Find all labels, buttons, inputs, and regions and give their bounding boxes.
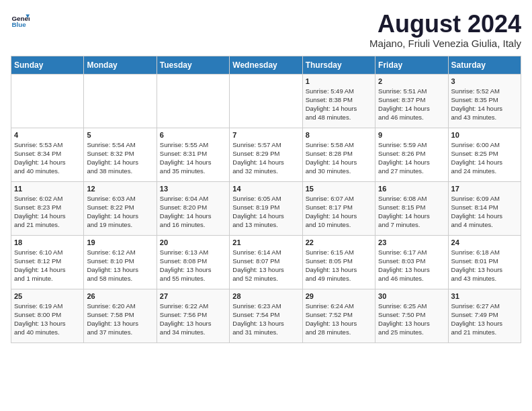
day-info: Sunrise: 5:55 AM Sunset: 8:31 PM Dayligh… (160, 140, 226, 176)
day-info: Sunrise: 5:53 AM Sunset: 8:34 PM Dayligh… (14, 140, 81, 176)
calendar-title: August 2024 (369, 11, 521, 38)
logo: General Blue (11, 11, 30, 30)
day-number: 16 (378, 185, 445, 193)
day-number: 17 (451, 185, 518, 193)
day-info: Sunrise: 6:02 AM Sunset: 8:23 PM Dayligh… (14, 194, 81, 230)
header-row: Sunday Monday Tuesday Wednesday Thursday… (11, 56, 521, 74)
day-cell: 1Sunrise: 5:49 AM Sunset: 8:38 PM Daylig… (302, 74, 375, 128)
day-cell: 12Sunrise: 6:03 AM Sunset: 8:22 PM Dayli… (84, 181, 157, 235)
day-number: 23 (378, 238, 445, 246)
day-cell: 15Sunrise: 6:07 AM Sunset: 8:17 PM Dayli… (302, 181, 375, 235)
day-number: 7 (232, 131, 299, 139)
day-info: Sunrise: 5:54 AM Sunset: 8:32 PM Dayligh… (87, 140, 153, 176)
day-cell: 31Sunrise: 6:27 AM Sunset: 7:49 PM Dayli… (448, 289, 521, 342)
day-cell: 3Sunrise: 5:52 AM Sunset: 8:35 PM Daylig… (448, 74, 521, 128)
day-number: 29 (306, 292, 372, 300)
day-cell: 23Sunrise: 6:17 AM Sunset: 8:03 PM Dayli… (375, 235, 448, 289)
day-info: Sunrise: 6:14 AM Sunset: 8:07 PM Dayligh… (232, 248, 299, 283)
day-cell: 2Sunrise: 5:51 AM Sunset: 8:37 PM Daylig… (375, 74, 448, 128)
day-cell (84, 74, 157, 128)
day-cell: 30Sunrise: 6:25 AM Sunset: 7:50 PM Dayli… (375, 289, 448, 342)
week-row-1: 1Sunrise: 5:49 AM Sunset: 8:38 PM Daylig… (11, 74, 521, 128)
col-monday: Monday (84, 56, 157, 74)
day-cell: 25Sunrise: 6:19 AM Sunset: 8:00 PM Dayli… (11, 289, 84, 342)
logo-icon: General Blue (11, 11, 30, 30)
day-cell: 29Sunrise: 6:24 AM Sunset: 7:52 PM Dayli… (302, 289, 375, 342)
day-info: Sunrise: 6:09 AM Sunset: 8:14 PM Dayligh… (451, 194, 518, 230)
day-number: 10 (451, 131, 518, 139)
day-info: Sunrise: 5:59 AM Sunset: 8:26 PM Dayligh… (378, 140, 445, 176)
day-info: Sunrise: 6:17 AM Sunset: 8:03 PM Dayligh… (378, 248, 445, 283)
col-sunday: Sunday (11, 56, 84, 74)
day-number: 19 (87, 238, 153, 246)
day-info: Sunrise: 6:18 AM Sunset: 8:01 PM Dayligh… (451, 248, 518, 283)
day-info: Sunrise: 6:13 AM Sunset: 8:08 PM Dayligh… (160, 248, 226, 283)
day-info: Sunrise: 6:20 AM Sunset: 7:58 PM Dayligh… (87, 302, 153, 337)
day-info: Sunrise: 6:05 AM Sunset: 8:19 PM Dayligh… (232, 194, 299, 230)
day-cell: 26Sunrise: 6:20 AM Sunset: 7:58 PM Dayli… (84, 289, 157, 342)
week-row-3: 11Sunrise: 6:02 AM Sunset: 8:23 PM Dayli… (11, 181, 521, 235)
day-cell: 19Sunrise: 6:12 AM Sunset: 8:10 PM Dayli… (84, 235, 157, 289)
page-header: General Blue August 2024 Majano, Friuli … (11, 11, 521, 49)
svg-text:Blue: Blue (11, 21, 26, 28)
day-info: Sunrise: 6:24 AM Sunset: 7:52 PM Dayligh… (306, 302, 372, 337)
title-area: August 2024 Majano, Friuli Venezia Giuli… (369, 11, 521, 49)
week-row-4: 18Sunrise: 6:10 AM Sunset: 8:12 PM Dayli… (11, 235, 521, 289)
day-number: 8 (306, 131, 372, 139)
day-cell: 24Sunrise: 6:18 AM Sunset: 8:01 PM Dayli… (448, 235, 521, 289)
day-number: 28 (232, 292, 299, 300)
week-row-2: 4Sunrise: 5:53 AM Sunset: 8:34 PM Daylig… (11, 128, 521, 181)
day-info: Sunrise: 5:51 AM Sunset: 8:37 PM Dayligh… (378, 87, 445, 122)
day-info: Sunrise: 6:10 AM Sunset: 8:12 PM Dayligh… (14, 248, 81, 283)
day-info: Sunrise: 6:25 AM Sunset: 7:50 PM Dayligh… (378, 302, 445, 337)
week-row-5: 25Sunrise: 6:19 AM Sunset: 8:00 PM Dayli… (11, 289, 521, 342)
day-number: 30 (378, 292, 445, 300)
day-number: 4 (14, 131, 81, 139)
day-cell: 9Sunrise: 5:59 AM Sunset: 8:26 PM Daylig… (375, 128, 448, 181)
day-number: 20 (160, 238, 226, 246)
day-cell: 22Sunrise: 6:15 AM Sunset: 8:05 PM Dayli… (302, 235, 375, 289)
day-cell: 18Sunrise: 6:10 AM Sunset: 8:12 PM Dayli… (11, 235, 84, 289)
day-cell: 14Sunrise: 6:05 AM Sunset: 8:19 PM Dayli… (230, 181, 302, 235)
day-cell: 21Sunrise: 6:14 AM Sunset: 8:07 PM Dayli… (230, 235, 302, 289)
day-info: Sunrise: 6:07 AM Sunset: 8:17 PM Dayligh… (306, 194, 372, 230)
day-cell: 7Sunrise: 5:57 AM Sunset: 8:29 PM Daylig… (230, 128, 302, 181)
day-info: Sunrise: 6:00 AM Sunset: 8:25 PM Dayligh… (451, 140, 518, 176)
day-number: 15 (306, 185, 372, 193)
day-cell: 4Sunrise: 5:53 AM Sunset: 8:34 PM Daylig… (11, 128, 84, 181)
day-info: Sunrise: 5:52 AM Sunset: 8:35 PM Dayligh… (451, 87, 518, 122)
day-number: 31 (451, 292, 518, 300)
day-info: Sunrise: 5:49 AM Sunset: 8:38 PM Dayligh… (306, 87, 372, 122)
day-cell: 8Sunrise: 5:58 AM Sunset: 8:28 PM Daylig… (302, 128, 375, 181)
day-cell: 10Sunrise: 6:00 AM Sunset: 8:25 PM Dayli… (448, 128, 521, 181)
col-saturday: Saturday (448, 56, 521, 74)
day-info: Sunrise: 6:19 AM Sunset: 8:00 PM Dayligh… (14, 302, 81, 337)
day-cell: 5Sunrise: 5:54 AM Sunset: 8:32 PM Daylig… (84, 128, 157, 181)
day-cell: 16Sunrise: 6:08 AM Sunset: 8:15 PM Dayli… (375, 181, 448, 235)
col-thursday: Thursday (302, 56, 375, 74)
day-number: 6 (160, 131, 226, 139)
day-number: 21 (232, 238, 299, 246)
day-info: Sunrise: 6:27 AM Sunset: 7:49 PM Dayligh… (451, 302, 518, 337)
day-info: Sunrise: 6:15 AM Sunset: 8:05 PM Dayligh… (306, 248, 372, 283)
calendar-subtitle: Majano, Friuli Venezia Giulia, Italy (369, 38, 521, 49)
day-number: 3 (451, 77, 518, 85)
day-cell (11, 74, 84, 128)
day-number: 12 (87, 185, 153, 193)
day-info: Sunrise: 6:04 AM Sunset: 8:20 PM Dayligh… (160, 194, 226, 230)
day-cell: 27Sunrise: 6:22 AM Sunset: 7:56 PM Dayli… (157, 289, 229, 342)
day-number: 9 (378, 131, 445, 139)
col-friday: Friday (375, 56, 448, 74)
day-cell: 13Sunrise: 6:04 AM Sunset: 8:20 PM Dayli… (157, 181, 229, 235)
col-tuesday: Tuesday (157, 56, 229, 74)
day-number: 27 (160, 292, 226, 300)
day-info: Sunrise: 5:57 AM Sunset: 8:29 PM Dayligh… (232, 140, 299, 176)
day-number: 22 (306, 238, 372, 246)
day-info: Sunrise: 6:22 AM Sunset: 7:56 PM Dayligh… (160, 302, 226, 337)
col-wednesday: Wednesday (230, 56, 302, 74)
day-number: 2 (378, 77, 445, 85)
day-cell (157, 74, 229, 128)
day-cell: 11Sunrise: 6:02 AM Sunset: 8:23 PM Dayli… (11, 181, 84, 235)
day-cell: 17Sunrise: 6:09 AM Sunset: 8:14 PM Dayli… (448, 181, 521, 235)
day-cell: 20Sunrise: 6:13 AM Sunset: 8:08 PM Dayli… (157, 235, 229, 289)
